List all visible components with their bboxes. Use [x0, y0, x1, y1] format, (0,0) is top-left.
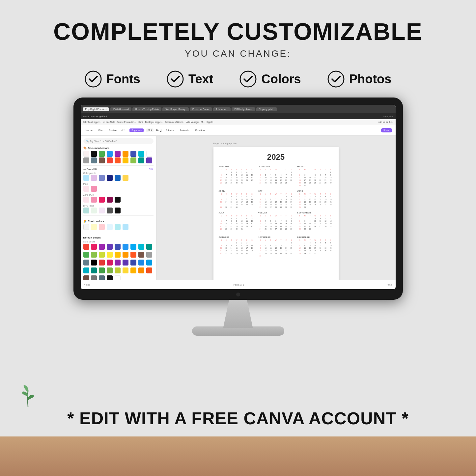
color-swatch[interactable] — [83, 157, 89, 163]
brand-color-zone[interactable] — [99, 197, 105, 203]
def-color[interactable] — [83, 244, 89, 250]
def-color[interactable] — [115, 260, 121, 266]
color-swatch[interactable] — [83, 151, 89, 157]
def-color[interactable] — [130, 244, 136, 250]
def-color[interactable] — [146, 244, 152, 250]
brand-color-bhg[interactable] — [107, 208, 113, 213]
brand-color-zone[interactable] — [83, 197, 89, 203]
browser-tab-5[interactable]: Projects - Canva — [190, 107, 212, 111]
toolbar-bold[interactable]: B — [156, 129, 158, 131]
browser-tab-4[interactable]: Your Shop - Manage — [162, 107, 189, 111]
brand-color-bhg[interactable] — [91, 208, 97, 213]
color-swatch[interactable] — [99, 157, 105, 163]
def-color[interactable] — [130, 260, 136, 266]
color-swatch[interactable] — [115, 157, 121, 163]
brand-color-bhg[interactable] — [115, 208, 121, 213]
color-swatch[interactable] — [123, 151, 128, 157]
def-color[interactable] — [146, 252, 152, 258]
brand-color[interactable] — [123, 175, 128, 181]
brand-kit-edit[interactable]: Edit — [149, 168, 154, 171]
def-color[interactable] — [107, 252, 113, 258]
def-color[interactable] — [91, 252, 97, 258]
toolbar-animate[interactable]: Animate — [178, 128, 191, 132]
def-color[interactable] — [107, 244, 113, 250]
def-color[interactable] — [130, 252, 136, 258]
def-color[interactable] — [99, 260, 105, 266]
def-color[interactable] — [115, 275, 121, 280]
notes-label[interactable]: Notes — [84, 284, 90, 286]
calendar-page[interactable]: 2025 JANUARY SMTWTFS — [213, 147, 339, 280]
def-color[interactable] — [83, 267, 89, 273]
brand-color-bhg[interactable] — [83, 208, 89, 213]
browser-tab-8[interactable]: Plr party print... — [256, 107, 277, 111]
def-color[interactable] — [138, 267, 144, 273]
def-color[interactable] — [123, 252, 128, 258]
color-swatch[interactable] — [91, 151, 97, 157]
brand-color-zone[interactable] — [91, 197, 97, 203]
browser-tab-6[interactable]: Join us for... — [213, 107, 231, 111]
def-color[interactable] — [115, 252, 121, 258]
browser-tab-3[interactable]: Home - Thriving Potato — [132, 107, 161, 111]
def-color[interactable] — [138, 260, 144, 266]
def-color[interactable] — [146, 267, 152, 273]
def-color[interactable] — [99, 275, 105, 280]
toolbar-home[interactable]: Home — [84, 128, 94, 132]
brand-color[interactable] — [91, 175, 97, 181]
brand-color-bhg[interactable] — [99, 208, 105, 213]
def-color[interactable] — [123, 260, 128, 266]
browser-tab-active[interactable]: Etsy Digital Products — [83, 107, 109, 111]
toolbar-effects[interactable]: Effects — [164, 128, 175, 132]
def-color[interactable] — [123, 267, 128, 273]
zoom-level[interactable]: 94% — [387, 284, 392, 286]
def-color[interactable] — [146, 260, 152, 266]
share-button[interactable]: Share — [381, 128, 392, 132]
def-color[interactable] — [99, 267, 105, 273]
def-color[interactable] — [91, 260, 97, 266]
color-swatch[interactable] — [115, 151, 121, 157]
photo-color[interactable] — [99, 224, 105, 230]
color-swatch[interactable] — [99, 151, 105, 157]
def-color[interactable] — [123, 244, 128, 250]
color-swatch[interactable] — [138, 157, 144, 163]
def-color[interactable] — [130, 267, 136, 273]
color-swatch[interactable] — [107, 157, 113, 163]
color-swatch[interactable] — [146, 151, 152, 157]
photo-color[interactable] — [91, 224, 97, 230]
toolbar-font-size[interactable]: 52.4 — [146, 128, 154, 132]
toolbar-resize[interactable]: Resize — [107, 128, 118, 132]
def-color[interactable] — [83, 260, 89, 266]
def-color[interactable] — [107, 267, 113, 273]
photo-color[interactable] — [107, 224, 113, 230]
canva-canvas-area[interactable]: Page 1 · Add page title 2025 JANUARY — [156, 136, 396, 280]
def-color[interactable] — [83, 275, 89, 280]
def-color[interactable] — [99, 252, 105, 258]
def-color[interactable] — [138, 252, 144, 258]
def-color[interactable] — [107, 275, 113, 280]
toolbar-file[interactable]: File — [97, 128, 104, 132]
brand-color[interactable] — [99, 175, 105, 181]
brand-color[interactable] — [115, 175, 121, 181]
photo-color[interactable] — [123, 224, 128, 230]
color-swatch[interactable] — [146, 157, 152, 163]
def-color[interactable] — [107, 260, 113, 266]
def-color[interactable] — [83, 252, 89, 258]
def-color[interactable] — [91, 267, 97, 273]
sidebar-search[interactable]: 🔍 Try "blue" or "#00c4cc" — [83, 138, 154, 144]
toolbar-underline[interactable]: U — [160, 129, 161, 131]
def-color[interactable] — [99, 244, 105, 250]
color-swatch[interactable] — [123, 157, 128, 163]
toolbar-position[interactable]: Position — [194, 128, 206, 132]
color-swatch[interactable] — [130, 151, 136, 157]
brand-color-zone[interactable] — [107, 197, 113, 203]
toolbar-italic[interactable]: I — [158, 129, 159, 131]
brand-color[interactable] — [83, 175, 89, 181]
def-color[interactable] — [115, 267, 121, 273]
brand-color-zone[interactable] — [115, 197, 121, 203]
def-color[interactable] — [91, 244, 97, 250]
browser-tab-2[interactable]: 156,084 unread — [110, 107, 131, 111]
brand-color[interactable] — [107, 175, 113, 181]
def-color[interactable] — [91, 275, 97, 280]
toolbar-undo[interactable]: ↺ ↻ — [121, 129, 126, 132]
color-swatch[interactable] — [130, 157, 136, 163]
color-swatch[interactable] — [107, 151, 113, 157]
